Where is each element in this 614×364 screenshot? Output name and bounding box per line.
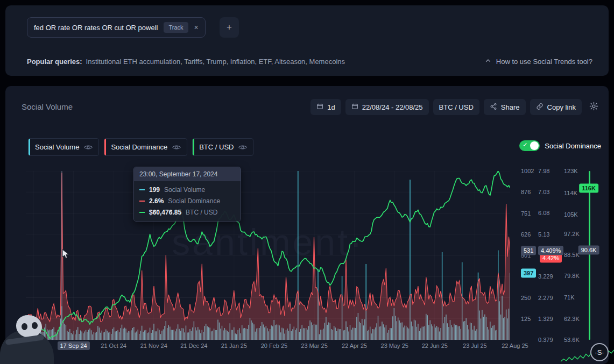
x-axis-label: 23 Jul 25 [456,342,493,349]
popular-queries-list[interactable]: Institutional ETH accumulation, Tariffs,… [86,58,345,66]
help-link[interactable]: How to use Social Trends tool? [485,58,592,66]
legend-label: BTC / USD [199,143,234,151]
axis-tick: 876 [521,189,531,195]
close-icon[interactable]: × [194,24,199,31]
axis-tick: 3.229 [538,273,553,280]
gear-icon [589,102,598,112]
legend-chip-social-dominance[interactable]: Social Dominance [104,138,187,156]
interval-icon [316,103,323,111]
social-volume-panel: Social Volume 1d 22/08/24 - 22/08/25 BTC… [5,86,609,364]
axis-badge: 4.42% [540,254,562,263]
interval-button[interactable]: 1d [310,99,341,115]
link-icon [536,103,544,112]
settings-button[interactable] [586,99,601,115]
x-axis-label: 22 Apr 25 [336,342,373,349]
tooltip-series-dash [139,212,145,213]
x-axis-label: 20 Feb 25 [255,342,293,349]
x-axis: 21 Aug17 Sep 2421 Oct 2421 Nov 2421 Dec … [26,342,537,352]
axis-tick: 114K [564,190,577,196]
tooltip-header: 23:00, September 17, 2024 [134,167,241,181]
x-axis-label: 22 Aug 25 [496,342,534,349]
axis-badge: 90.6K [578,245,599,254]
axis-tick: 105K [564,211,578,218]
legend-color-bar [104,139,106,155]
eye-icon[interactable] [238,144,247,151]
date-range-label: 22/08/24 - 22/08/25 [362,103,423,111]
share-label: Share [501,103,520,111]
axis-tick: 7.98 [538,168,549,174]
tooltip-series-dash [139,189,145,190]
calendar-icon [351,103,358,111]
dominance-toggle-wrap: ✓ Social Dominance [519,140,601,151]
popular-queries-label: Popular queries: [27,58,82,66]
pair-button[interactable]: BTC / USD [433,99,479,115]
toggle-label: Social Dominance [545,142,601,150]
axis-tick: 751 [521,210,531,217]
legend-color-bar [29,139,30,155]
copy-link-label: Copy link [547,103,576,111]
query-panel: fed OR rate OR rates OR cut OR powell Tr… [5,5,609,76]
volume-axis: 1002876751626501250125531397 [521,171,540,340]
interval-label: 1d [327,103,335,111]
tooltip-series-dash [139,201,145,202]
date-range-button[interactable]: 22/08/24 - 22/08/25 [345,99,429,115]
tooltip-label: Social Dominance [168,197,220,205]
page: fed OR rate OR rates OR cut OR powell Tr… [0,0,614,364]
tooltip-body: 199Social Volume2.6%Social Dominance$60,… [134,181,241,221]
legend-chip-btc-usd[interactable]: BTC / USD [192,138,253,156]
x-axis-label: 21 Nov 24 [135,342,173,349]
axis-tick: 5.13 [538,231,549,238]
x-axis-label: 21 Dec 24 [175,342,213,349]
share-icon [490,103,497,112]
axis-badge: 397 [521,268,536,277]
social-dominance-toggle[interactable]: ✓ [519,140,540,151]
query-text: fed OR rate OR rates OR cut OR powell [34,24,158,32]
mascot-image [0,315,57,364]
axis-badge: 4.409% [538,246,563,255]
btc-axis-badges: 116K90.6K [577,171,601,340]
pair-label: BTC / USD [439,103,474,111]
chart-plot[interactable]: santiment· [26,171,510,340]
share-button[interactable]: Share [484,99,526,115]
axis-tick: 125 [521,316,531,322]
axis-badge: 116K [579,183,598,192]
legend-chip-social-volume[interactable]: Social Volume [28,138,99,156]
chart-toolbar: 1d 22/08/24 - 22/08/25 BTC / USD Share C… [310,99,601,115]
axis-tick: 123K [564,168,578,174]
query-chip[interactable]: fed OR rate OR rates OR cut OR powell Tr… [27,17,206,38]
legend-color-bar [193,139,194,155]
tooltip-row: $60,476.85BTC / USD [139,209,235,216]
tooltip-value: 2.6% [149,197,164,205]
tooltip-label: Social Volume [164,186,205,194]
x-axis-label: 22 Jun 25 [416,342,454,349]
axis-tick: 71K [564,294,575,301]
axis-tick: 1.329 [538,316,553,322]
legend: Social VolumeSocial DominanceBTC / USD [28,138,253,156]
eye-icon[interactable] [84,144,93,151]
tooltip-row: 199Social Volume [139,186,235,194]
axis-badge: 531 [521,246,536,255]
x-axis-label: 23 May 25 [376,342,413,349]
legend-label: Social Dominance [111,143,167,151]
legend-label: Social Volume [35,143,79,151]
check-icon: ✓ [523,141,527,148]
add-query-button[interactable]: + [220,17,239,38]
help-link-label: How to use Social Trends tool? [496,58,592,66]
chart-tooltip: 23:00, September 17, 2024 199Social Volu… [133,167,241,222]
popular-queries: Popular queries:Institutional ETH accumu… [27,58,345,66]
chart-canvas[interactable] [26,171,510,340]
copy-link-button[interactable]: Copy link [530,99,582,115]
x-axis-label: 23 Mar 25 [295,342,333,349]
tooltip-label: BTC / USD [186,209,217,216]
track-button[interactable]: Track [164,22,188,33]
axis-tick: 250 [521,295,531,301]
x-axis-label: 17 Sep 24 [55,342,93,349]
x-axis-label: 21 Oct 24 [95,342,132,349]
santiment-logo-badge[interactable]: ·S· [590,343,609,361]
axis-tick: 626 [521,231,531,238]
tooltip-value: $60,476.85 [149,209,181,216]
eye-icon[interactable] [172,144,181,151]
mouse-cursor [61,249,71,261]
tooltip-value: 199 [149,186,160,194]
axis-tick: 6.08 [538,210,549,216]
